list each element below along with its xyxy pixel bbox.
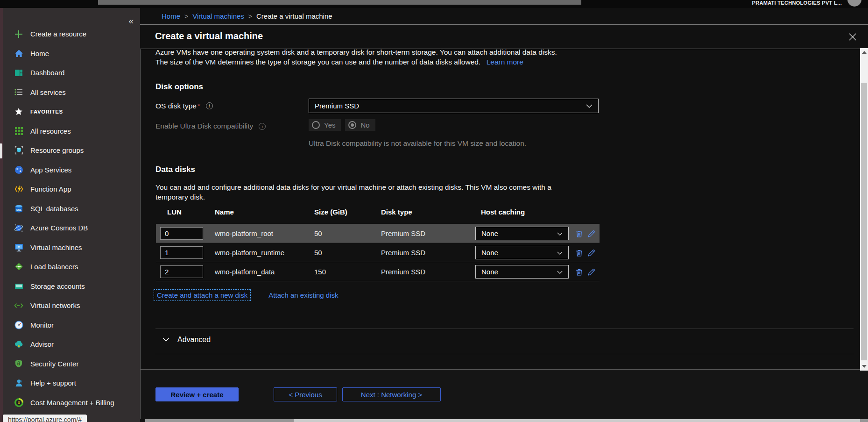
scroll-up-icon[interactable] (862, 51, 867, 54)
chevron-right-icon: > (184, 13, 188, 20)
section-divider (155, 329, 854, 329)
sidebar-item-all-resources[interactable]: All resources (3, 122, 140, 141)
data-disk-row: wmo-platform_root 50 Premium SSD None (156, 224, 600, 243)
page-title: Create a virtual machine (155, 31, 263, 42)
breadcrumb-virtual-machines[interactable]: Virtual machines (192, 12, 244, 20)
disk-options-heading: Disk options (155, 82, 203, 92)
sidebar-item-virtual-machines[interactable]: Virtual machines (3, 238, 140, 257)
vm-monitor-icon (14, 243, 23, 252)
breadcrumb: Home > Virtual machines > Create a virtu… (162, 8, 332, 24)
list-icon (14, 87, 23, 97)
gauge-icon (14, 320, 23, 329)
chevron-right-icon: > (248, 13, 252, 20)
delete-disk-button[interactable] (574, 248, 584, 258)
ultra-disk-label: Enable Ultra Disk compatibility (155, 122, 253, 130)
horizontal-scrollbar-thumb[interactable] (294, 419, 860, 422)
disk-size: 50 (314, 224, 322, 243)
lun-input[interactable] (160, 246, 203, 259)
column-header-name: Name (215, 208, 234, 216)
ultra-disk-label-row: Enable Ultra Disk compatibility (155, 120, 266, 132)
host-caching-select[interactable]: None (475, 265, 569, 279)
sidebar-item-azure-cosmos-db[interactable]: Azure Cosmos DB (3, 218, 140, 238)
lun-input[interactable] (160, 227, 203, 240)
info-icon[interactable] (206, 102, 213, 109)
horizontal-scrollbar[interactable] (145, 419, 868, 422)
sidebar-item-load-balancers[interactable]: Load balancers (3, 257, 140, 277)
os-disk-type-label-row: OS disk type * (155, 99, 213, 113)
edit-disk-button[interactable] (586, 229, 596, 239)
data-disks-heading: Data disks (155, 165, 195, 174)
sidebar-item-monitor[interactable]: Monitor (3, 315, 140, 335)
sidebar-item-app-services[interactable]: App Services (3, 160, 140, 180)
os-disk-type-value: Premium SSD (315, 102, 359, 110)
svg-text:$: $ (18, 401, 20, 405)
scroll-down-icon[interactable] (862, 365, 867, 368)
sidebar-item-sql-databases[interactable]: SQL SQL databases (3, 199, 140, 219)
account-avatar[interactable] (847, 0, 861, 7)
sidebar-item-home[interactable]: Home (3, 44, 140, 64)
sidebar-item-security-center[interactable]: Security Center (3, 354, 140, 374)
sql-database-icon: SQL (14, 204, 23, 213)
info-icon[interactable] (259, 123, 266, 130)
sidebar-item-virtual-networks[interactable]: Virtual networks (3, 296, 140, 315)
data-disk-row: wmo-platform_runtime 50 Premium SSD None (156, 243, 600, 262)
delete-disk-button[interactable] (574, 229, 584, 239)
sidebar-item-storage-accounts[interactable]: Storage accounts (3, 277, 140, 296)
create-attach-disk-link[interactable]: Create and attach a new disk (154, 289, 251, 301)
column-header-disk-type: Disk type (381, 208, 412, 216)
disk-name: wmo-platform_data (215, 262, 275, 281)
sidebar-item-help-support[interactable]: Help + support (3, 373, 140, 393)
window-title-strip (98, 0, 581, 5)
intro-text: Azure VMs have one operating system disk… (155, 49, 557, 67)
ultra-no-option[interactable]: No (345, 119, 375, 131)
svg-text:SQL: SQL (16, 208, 21, 211)
sidebar-item-all-services[interactable]: All services (3, 83, 140, 102)
edit-disk-button[interactable] (586, 248, 596, 258)
wizard-footer: Review + create < Previous Next : Networ… (140, 370, 868, 419)
previous-button[interactable]: < Previous (274, 387, 337, 401)
review-create-button[interactable]: Review + create (155, 387, 239, 401)
host-caching-select[interactable]: None (475, 246, 569, 259)
edit-disk-button[interactable] (586, 267, 596, 277)
sidebar-item-resource-groups[interactable]: Resource groups (3, 141, 140, 160)
vertical-scrollbar-thumb[interactable] (861, 83, 867, 360)
data-disk-row: wmo-platform_data 150 Premium SSD None (156, 262, 600, 281)
window-edge-strip (0, 8, 3, 422)
disk-type: Premium SSD (381, 243, 425, 262)
sidebar-collapse-button[interactable]: « (128, 16, 134, 25)
person-headset-icon (14, 379, 23, 388)
ultra-disk-radio-group: Yes No (309, 119, 380, 131)
shield-lock-icon (14, 359, 23, 368)
plus-icon (14, 29, 23, 39)
sidebar-item-create-a-resource[interactable]: Create a resource (3, 24, 140, 44)
advanced-label: Advanced (177, 336, 211, 344)
blade-content: Azure VMs have one operating system disk… (140, 49, 860, 369)
lun-input[interactable] (160, 265, 203, 278)
top-bar: PRAMATI TECHNOLOGIES PVT L... (0, 0, 868, 8)
ultra-yes-option[interactable]: Yes (309, 119, 341, 131)
advanced-toggle[interactable]: Advanced (162, 336, 211, 344)
attach-existing-disk-link[interactable]: Attach an existing disk (268, 291, 338, 299)
breadcrumb-home[interactable]: Home (162, 12, 180, 20)
status-url-text: https://portal.azure.com/# (8, 416, 82, 422)
delete-disk-button[interactable] (574, 267, 584, 277)
cost-donut-icon: $ (14, 398, 23, 407)
sidebar-item-function-app[interactable]: Function App (3, 179, 140, 199)
sidebar-item-dashboard[interactable]: Dashboard (3, 63, 140, 83)
required-marker: * (198, 102, 200, 110)
chevron-down-icon (557, 229, 563, 238)
chevron-down-icon (557, 249, 563, 257)
os-disk-type-select[interactable]: Premium SSD (309, 99, 599, 113)
vertical-scrollbar[interactable] (860, 48, 868, 371)
footer-divider (140, 369, 860, 370)
learn-more-link[interactable]: Learn more (487, 58, 523, 66)
cosmos-db-icon (14, 223, 23, 233)
sidebar-nav: Create a resource Home Dashboard All ser… (3, 8, 140, 412)
os-disk-type-label: OS disk type (155, 102, 197, 110)
host-caching-select[interactable]: None (475, 227, 569, 240)
radio-unselected-icon (312, 121, 320, 129)
sidebar-item-advisor[interactable]: Advisor (3, 335, 140, 354)
close-icon[interactable] (847, 32, 858, 42)
sidebar-item-cost-management[interactable]: $ Cost Management + Billing (3, 393, 140, 413)
next-networking-button[interactable]: Next : Networking > (342, 387, 441, 401)
